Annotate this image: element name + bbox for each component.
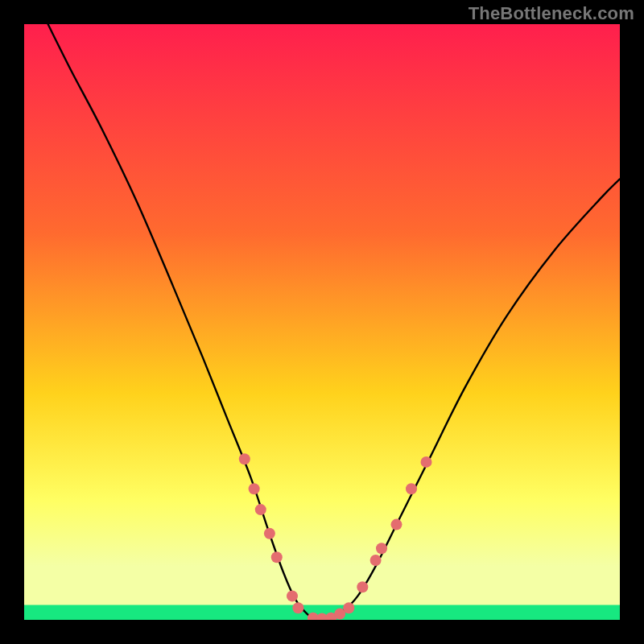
curve-marker: [370, 555, 382, 566]
watermark-text: TheBottleneck.com: [469, 3, 634, 24]
curve-marker: [264, 528, 275, 539]
curve-marker: [239, 453, 250, 464]
curve-marker: [421, 456, 432, 468]
frame-bottom: [0, 620, 644, 644]
curve-marker: [343, 602, 354, 613]
curve-marker: [271, 551, 283, 563]
gradient-background: [24, 24, 620, 620]
curve-marker: [255, 504, 266, 515]
curve-marker: [391, 519, 402, 530]
curve-marker: [249, 483, 260, 494]
frame-left: [0, 0, 24, 644]
curve-marker: [292, 602, 303, 613]
frame-right: [620, 0, 644, 644]
curve-marker: [376, 543, 387, 554]
curve-marker: [357, 581, 368, 592]
curve-marker: [287, 590, 298, 601]
chart-svg: [24, 24, 620, 620]
curve-marker: [406, 483, 417, 494]
plot-area: [24, 24, 620, 620]
